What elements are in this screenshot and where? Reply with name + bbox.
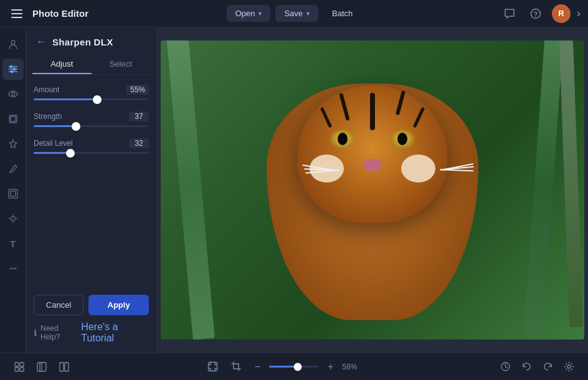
help-icon: ? — [530, 8, 541, 19]
sidebar-btn-layers[interactable] — [2, 108, 24, 130]
strength-value: 37 — [129, 112, 149, 121]
bottom-center-zoom: − + 58% — [204, 358, 366, 376]
svg-rect-12 — [11, 116, 16, 121]
tiger-body — [267, 83, 478, 320]
main-area: T ← Sharpen DLX Adjust Select Amount 55% — [0, 27, 588, 353]
panel-tabs: Adjust Select — [32, 55, 150, 75]
detail-fill — [34, 152, 70, 154]
detail-value: 32 — [129, 138, 149, 148]
tiger-eye-left — [331, 130, 354, 148]
zoom-slider-track[interactable] — [269, 366, 319, 368]
detail-track[interactable] — [34, 152, 149, 154]
menu-button[interactable] — [7, 4, 27, 24]
crop-button[interactable] — [227, 358, 246, 376]
sidebar-btn-effects[interactable] — [2, 133, 24, 154]
open-label: Open — [235, 9, 255, 18]
zoom-thumb[interactable] — [294, 363, 302, 371]
open-chevron: ▾ — [258, 10, 262, 17]
sidebar-btn-frames[interactable] — [2, 183, 24, 204]
svg-text:?: ? — [534, 11, 538, 17]
tiger-nose — [364, 159, 381, 171]
tiger-canvas — [161, 40, 584, 340]
svg-rect-24 — [20, 363, 24, 366]
batch-button[interactable]: Batch — [323, 5, 361, 22]
strength-slider-row: Strength 37 — [34, 112, 149, 127]
chat-icon — [504, 8, 515, 19]
side-panel: ← Sharpen DLX Adjust Select Amount 55% — [26, 27, 157, 353]
tab-select[interactable]: Select — [92, 55, 151, 74]
gallery-button[interactable] — [55, 358, 74, 376]
sidebar-btn-adjust[interactable] — [2, 59, 24, 80]
zoom-out-button[interactable]: − — [251, 360, 264, 374]
svg-rect-28 — [60, 363, 64, 371]
detail-label-row: Detail Level 32 — [34, 138, 149, 148]
bottom-right-tools — [496, 358, 578, 376]
svg-point-32 — [567, 365, 571, 368]
svg-point-15 — [11, 217, 15, 221]
history-button[interactable] — [496, 358, 514, 376]
settings-button[interactable] — [559, 358, 578, 376]
detail-thumb[interactable] — [66, 149, 75, 158]
help-row: ℹ Need Help? Here's a Tutorial — [34, 321, 149, 344]
info-icon: ℹ — [34, 328, 37, 338]
chat-button[interactable] — [500, 4, 519, 24]
bottom-left-tools — [10, 358, 74, 376]
save-button[interactable]: Save ▾ — [275, 5, 318, 22]
compare-button[interactable] — [32, 358, 51, 376]
sidebar-btn-brush[interactable] — [2, 158, 24, 179]
undo-button[interactable] — [517, 358, 536, 376]
tiger-forehead-stripe — [370, 93, 375, 130]
save-chevron: ▾ — [306, 10, 310, 17]
strength-label-row: Strength 37 — [34, 112, 149, 121]
help-text: Need Help? — [40, 324, 77, 341]
panel-title: Sharpen DLX — [52, 37, 113, 47]
panel-back-button[interactable]: ← — [35, 35, 47, 49]
strength-track[interactable] — [34, 125, 149, 127]
svg-point-10 — [11, 93, 14, 96]
svg-point-20 — [9, 268, 11, 270]
history-icon — [500, 361, 511, 372]
cancel-button[interactable]: Cancel — [34, 295, 83, 315]
amount-slider-row: Amount 55% — [34, 85, 149, 100]
svg-point-2 — [11, 40, 15, 44]
zoom-percent-label: 58% — [342, 363, 366, 371]
sidebar-btn-text[interactable]: T — [2, 233, 24, 254]
amount-thumb[interactable] — [93, 95, 102, 104]
svg-rect-13 — [9, 189, 17, 198]
grid-icon — [14, 362, 24, 372]
apply-button[interactable]: Apply — [88, 295, 149, 315]
strength-thumb[interactable] — [72, 122, 80, 131]
tutorial-link[interactable]: Here's a Tutorial — [81, 321, 149, 344]
redo-icon — [543, 361, 553, 372]
tab-adjust[interactable]: Adjust — [32, 55, 92, 74]
crop-icon — [231, 361, 242, 372]
more-button[interactable]: › — [577, 7, 581, 20]
header: Photo Editor Open ▾ Save ▾ Batch ? R › — [0, 0, 588, 27]
bamboo-right — [524, 40, 563, 333]
header-right: ? R › — [500, 4, 581, 24]
tiger-eye-right — [391, 130, 414, 148]
canvas-image — [157, 27, 588, 353]
user-avatar[interactable]: R — [552, 4, 571, 23]
svg-rect-29 — [65, 363, 69, 371]
bamboo-right2 — [559, 40, 583, 327]
svg-rect-25 — [15, 368, 19, 371]
fit-to-screen-button[interactable] — [204, 358, 222, 376]
icon-sidebar: T — [0, 27, 26, 353]
svg-rect-30 — [209, 363, 217, 371]
sidebar-btn-objects[interactable] — [2, 208, 24, 229]
sidebar-btn-eye[interactable] — [2, 83, 24, 105]
sidebar-btn-extras[interactable] — [2, 258, 24, 279]
zoom-in-button[interactable]: + — [324, 360, 337, 374]
amount-track[interactable] — [34, 98, 149, 100]
compare-icon — [37, 362, 47, 372]
help-button[interactable]: ? — [526, 4, 546, 24]
open-button[interactable]: Open ▾ — [227, 5, 271, 22]
hamburger-icon — [11, 7, 24, 20]
grid-view-button[interactable] — [10, 358, 29, 376]
svg-rect-23 — [15, 363, 19, 366]
settings-icon — [564, 361, 574, 372]
panel-header: ← Sharpen DLX — [26, 27, 156, 55]
redo-button[interactable] — [538, 358, 557, 376]
sidebar-btn-users[interactable] — [2, 34, 24, 55]
